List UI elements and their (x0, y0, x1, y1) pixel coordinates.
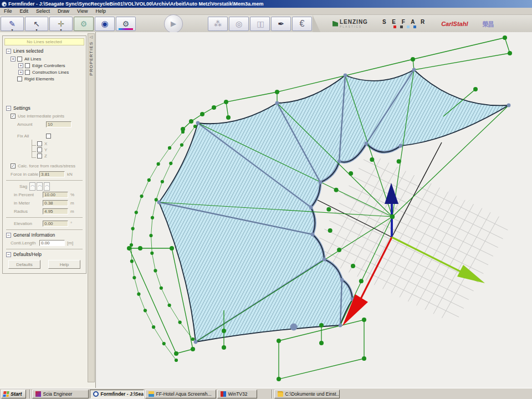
fix-all-label: Fix All (17, 134, 46, 139)
elevation-field[interactable] (43, 221, 68, 227)
menu-edit[interactable]: Edit (16, 8, 33, 14)
defaults-button[interactable]: Defaults (8, 260, 40, 269)
euro-button[interactable]: € (292, 17, 312, 31)
collapse-icon[interactable]: − (6, 233, 11, 238)
sefar-logo: S E F A R (382, 19, 427, 28)
sag-arc-button[interactable]: ◠ (29, 182, 35, 191)
checkbox-edge-controllers[interactable] (25, 63, 30, 68)
checkbox-calc-force[interactable]: ✓ (11, 163, 16, 168)
viewport-3d-canvas[interactable] (96, 32, 532, 388)
sefar-dot-blue (413, 25, 416, 28)
percent-field[interactable] (43, 192, 68, 198)
pen-button[interactable]: ✒ (271, 17, 291, 31)
select-cursor-button[interactable]: ↖▾ (25, 17, 48, 31)
sag-label: Sag (19, 184, 27, 189)
expand-icon[interactable]: + (11, 57, 16, 62)
percent-label: in Percent (14, 192, 43, 197)
tree-item-edge-controllers[interactable]: + Edge Controllers (18, 62, 86, 69)
expand-icon[interactable]: + (18, 63, 23, 68)
membrane-surface (159, 70, 509, 342)
chevron-down-icon[interactable]: ▾ (11, 29, 13, 31)
checkbox-all-lines[interactable] (17, 57, 22, 62)
pan-hand-button[interactable]: ✛▾ (49, 17, 73, 31)
meter-field[interactable] (43, 200, 68, 206)
title-bar[interactable]: Formfinder - J:\Seagate Sync\SyncRecycle… (0, 0, 532, 8)
toolbar: ✎▾ ↖▾ ✛▾ ⚙ ◉ ⚙ ▶ ⁂ ◎ ▯▯ (0, 15, 532, 32)
sponsor-logos: LENZINGPLASTICS S E F A R CarlStahl 榮昌 (332, 19, 493, 28)
calc-force-label: Calc. force from radius/stress (18, 163, 75, 168)
force-field[interactable] (39, 171, 65, 177)
menu-draw[interactable]: Draw (54, 8, 73, 14)
task-ff-hotel[interactable]: FF-Hotel Aqua Screensh... (145, 390, 216, 398)
intermediate-points-label: Use intermediate points (18, 114, 64, 119)
tree-item-all-lines[interactable]: + All Lines (11, 55, 86, 62)
checkbox-fix-z[interactable] (37, 154, 42, 158)
collapse-icon[interactable]: − (6, 252, 11, 257)
spools-button[interactable]: ▯▯ (250, 17, 270, 31)
checkbox-fix-all[interactable] (46, 134, 51, 139)
conti-length-field[interactable] (39, 240, 65, 246)
section-general-information: − General Information (6, 232, 86, 238)
viewport-3d-scene (96, 32, 532, 388)
gear-icon: ⚙ (122, 19, 130, 28)
selection-status: No Lines selected (4, 38, 84, 45)
chevron-down-icon[interactable]: ▾ (35, 29, 37, 31)
radius-field[interactable] (43, 208, 68, 214)
task-dokumente-folder[interactable]: C:\Dokumente und Einst... (274, 390, 340, 398)
expand-icon[interactable]: + (18, 70, 23, 75)
lenzing-logo: LENZINGPLASTICS (332, 19, 368, 28)
checkbox-fix-y[interactable] (37, 147, 42, 152)
tree-item-rigid-elements[interactable]: Rigid Elements (17, 75, 86, 82)
vitruvian-man-button[interactable]: ◉ (95, 17, 115, 31)
screenshot-icon (149, 391, 154, 397)
taskbar: Start Scia Engineer Formfinder - J:\Seag… (0, 388, 532, 399)
amount-label: Amount (17, 122, 46, 127)
checkbox-intermediate-points[interactable]: ✓ (11, 114, 16, 119)
x-axis-arrow (342, 237, 392, 326)
chevron-down-icon[interactable]: ▾ (60, 29, 62, 31)
start-button[interactable]: Start (1, 390, 26, 398)
menu-file[interactable]: File (0, 8, 16, 14)
collapse-icon[interactable]: − (6, 49, 11, 54)
sefar-dot-black (400, 25, 403, 28)
menu-view[interactable]: View (73, 8, 91, 14)
wintv-icon (221, 391, 226, 397)
euro-icon: € (300, 19, 305, 29)
task-scia-engineer[interactable]: Scia Engineer (32, 390, 89, 398)
pen-icon: ✒ (278, 19, 284, 28)
checkbox-fix-x[interactable] (37, 141, 42, 146)
section-defaults-help: − Defaults/Help (6, 252, 86, 257)
menu-select[interactable]: Select (32, 8, 54, 14)
amount-field[interactable] (46, 121, 71, 127)
checkbox-construction-lines[interactable] (25, 70, 30, 75)
spools-icon: ▯▯ (257, 19, 263, 28)
collapse-panel-icon[interactable]: ◁ (90, 35, 93, 39)
properties-tab-strip[interactable]: ◁ PROPERTIES (88, 33, 95, 382)
window-title: Formfinder - J:\Seagate Sync\SyncRecycle… (8, 1, 263, 7)
formfinder-window: Formfinder - J:\Seagate Sync\SyncRecycle… (0, 0, 532, 399)
molecule-button[interactable]: ⁂ (208, 17, 228, 31)
draw-pencil-button[interactable]: ✎▾ (1, 17, 24, 31)
task-wintv32[interactable]: WinTV32 (217, 390, 257, 398)
force-label: Force in cable (11, 172, 39, 177)
tree-item-construction-lines[interactable]: + Construction Lines (18, 69, 86, 75)
taskbar-divider (29, 390, 30, 398)
y-axis-arrow (392, 237, 485, 283)
task-formfinder[interactable]: Formfinder - J:\Seaga... (90, 390, 144, 398)
sag-arc-button[interactable]: ◠ (37, 182, 43, 191)
molecule-icon: ⁂ (214, 19, 222, 28)
app-icon (2, 2, 7, 7)
lines-tree: + All Lines + Edge Controllers + Constru… (11, 55, 86, 82)
sag-arc-button[interactable]: ◠ (44, 182, 50, 191)
menu-help[interactable]: Help (91, 8, 110, 14)
meter-label: in Meter (14, 201, 43, 206)
play-button[interactable]: ▶ (164, 14, 183, 33)
formfinding-button[interactable]: ⚙ (74, 17, 94, 31)
cursor-icon: ↖ (33, 19, 40, 28)
render-settings-button[interactable]: ⚙ (116, 17, 136, 31)
help-button[interactable]: Help (48, 260, 80, 269)
taskbar-divider (272, 390, 273, 398)
collapse-icon[interactable]: − (6, 106, 11, 111)
checkbox-rigid-elements[interactable] (17, 76, 22, 81)
camera-button[interactable]: ◎ (229, 17, 249, 31)
